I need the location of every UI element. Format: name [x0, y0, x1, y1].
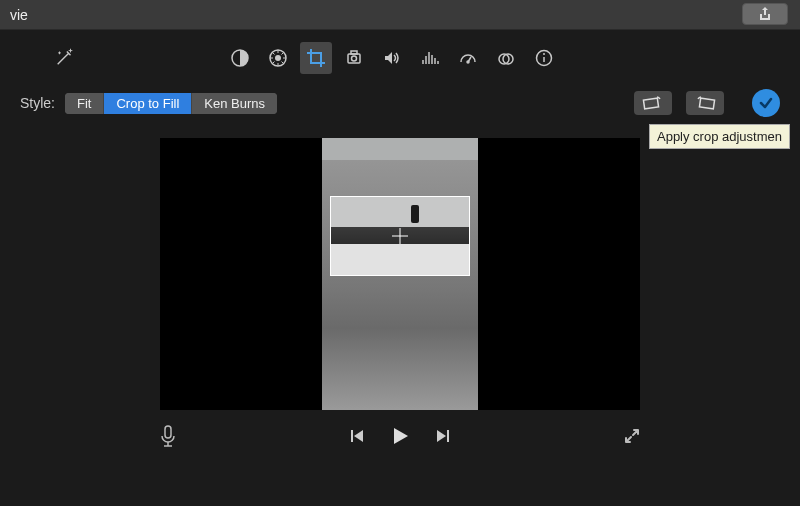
svg-point-21: [467, 61, 469, 63]
svg-rect-28: [699, 98, 714, 109]
stabilization-button[interactable]: [338, 42, 370, 74]
color-balance-button[interactable]: [224, 42, 256, 74]
next-frame-button[interactable]: [434, 427, 452, 445]
svg-point-13: [352, 56, 357, 61]
window-title: vie: [10, 7, 28, 23]
voiceover-record-button[interactable]: [158, 424, 178, 448]
fullscreen-button[interactable]: [622, 426, 642, 446]
svg-rect-27: [643, 98, 658, 109]
svg-rect-33: [447, 430, 449, 442]
crop-rectangle[interactable]: [330, 196, 470, 276]
svg-line-10: [282, 52, 284, 54]
noise-reduction-button[interactable]: [414, 42, 446, 74]
crop-center-cross-icon: [392, 228, 408, 244]
crop-button[interactable]: [300, 42, 332, 74]
play-button[interactable]: [388, 424, 412, 448]
crop-handle-top-left[interactable]: [330, 196, 341, 207]
crop-style-row: Style: Fit Crop to Fill Ken Burns Apply …: [0, 86, 800, 120]
rotate-cw-button[interactable]: [686, 91, 724, 115]
rotate-ccw-button[interactable]: [634, 91, 672, 115]
clip-info-button[interactable]: [528, 42, 560, 74]
svg-line-7: [272, 52, 274, 54]
svg-point-2: [275, 55, 281, 61]
style-option-ken-burns[interactable]: Ken Burns: [192, 93, 277, 114]
crop-handle-top-right[interactable]: [459, 196, 470, 207]
svg-point-26: [543, 53, 545, 55]
previous-frame-button[interactable]: [348, 427, 366, 445]
preview-area: [0, 138, 800, 410]
crop-handle-bottom-left[interactable]: [330, 265, 341, 276]
svg-rect-29: [165, 426, 171, 438]
volume-button[interactable]: [376, 42, 408, 74]
svg-rect-32: [351, 430, 353, 442]
apply-crop-button[interactable]: [752, 89, 780, 117]
share-button[interactable]: [742, 3, 788, 25]
style-segmented-control: Fit Crop to Fill Ken Burns: [65, 93, 277, 114]
window-titlebar: vie: [0, 0, 800, 30]
preview-viewer[interactable]: [160, 138, 640, 410]
transport-controls: [0, 424, 800, 448]
crop-handle-bottom-right[interactable]: [459, 265, 470, 276]
svg-line-9: [272, 62, 274, 64]
svg-line-8: [282, 62, 284, 64]
autoenhance-button[interactable]: [54, 46, 76, 68]
style-option-crop-to-fill[interactable]: Crop to Fill: [104, 93, 192, 114]
color-correction-button[interactable]: [262, 42, 294, 74]
style-label: Style:: [20, 95, 55, 111]
apply-crop-tooltip: Apply crop adjustmen: [649, 124, 790, 149]
svg-rect-12: [351, 51, 357, 54]
style-option-fit[interactable]: Fit: [65, 93, 104, 114]
adjust-toolbar: [0, 30, 800, 86]
video-overlay-button[interactable]: [490, 42, 522, 74]
speed-button[interactable]: [452, 42, 484, 74]
